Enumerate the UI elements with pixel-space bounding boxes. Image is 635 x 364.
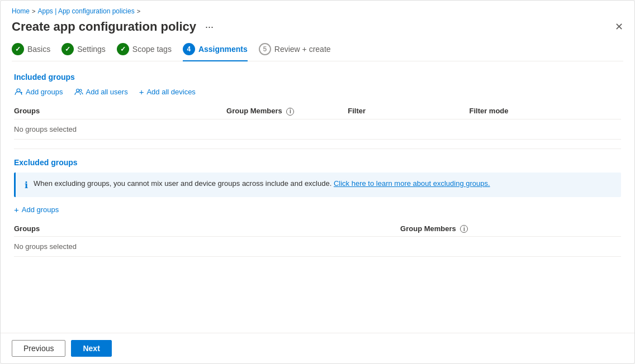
excluded-empty-text: No groups selected <box>14 237 621 257</box>
step-label-basics: Basics <box>27 45 50 54</box>
included-groups-section: Included groups Add groups <box>14 73 621 140</box>
excluded-groups-table: Groups Group Members i No groups selecte… <box>14 221 621 257</box>
breadcrumb: Home > Apps | App configuration policies… <box>12 7 623 15</box>
included-empty-text: No groups selected <box>14 119 621 139</box>
breadcrumb-apps[interactable]: Apps | App configuration policies <box>37 7 134 15</box>
add-all-users-button[interactable]: Add all users <box>74 88 128 97</box>
breadcrumb-sep1: > <box>32 8 35 15</box>
excluded-groups-section: Excluded groups ℹ When excluding groups,… <box>14 158 621 257</box>
step-icon-review: 5 <box>259 43 271 55</box>
step-settings[interactable]: ✓ Settings <box>61 43 117 61</box>
add-groups-plus-icon-excluded: + <box>14 205 19 214</box>
th-included-filter-mode: Filter mode <box>469 103 621 119</box>
section-divider <box>14 149 621 149</box>
step-icon-settings: ✓ <box>61 43 74 55</box>
step-icon-basics: ✓ <box>12 43 24 55</box>
table-row-included-empty: No groups selected <box>14 119 621 139</box>
svg-point-4 <box>79 89 82 92</box>
info-box-link[interactable]: Click here to learn more about excluding… <box>334 179 490 188</box>
step-label-review: Review + create <box>274 45 331 54</box>
included-groups-title: Included groups <box>14 73 621 82</box>
step-review-create[interactable]: 5 Review + create <box>259 43 342 61</box>
th-included-groups: Groups <box>14 103 226 119</box>
th-included-members: Group Members i <box>226 103 348 119</box>
step-icon-scope-tags: ✓ <box>117 43 129 55</box>
main-window: Home > Apps | App configuration policies… <box>0 0 635 364</box>
previous-button[interactable]: Previous <box>12 340 65 357</box>
excluded-groups-title: Excluded groups <box>14 158 621 167</box>
main-content: Included groups Add groups <box>1 61 634 333</box>
info-box-text: When excluding groups, you cannot mix us… <box>34 179 490 188</box>
info-box-icon: ℹ <box>25 180 28 190</box>
included-groups-table: Groups Group Members i Filter Filter mod… <box>14 103 621 140</box>
add-groups-button-included[interactable]: Add groups <box>14 88 63 97</box>
add-groups-icon-included <box>14 88 23 97</box>
step-label-settings: Settings <box>77 45 106 54</box>
add-groups-button-excluded[interactable]: + Add groups <box>14 205 59 214</box>
step-basics[interactable]: ✓ Basics <box>12 43 61 61</box>
add-all-devices-plus-icon: + <box>139 87 144 97</box>
next-button[interactable]: Next <box>71 340 111 357</box>
th-included-filter: Filter <box>348 103 469 119</box>
step-label-scope-tags: Scope tags <box>132 45 172 54</box>
included-groups-action-bar: Add groups Add all users + Add all devic… <box>14 87 621 97</box>
breadcrumb-home[interactable]: Home <box>12 7 30 15</box>
add-all-users-icon <box>74 88 83 97</box>
stepper: ✓ Basics ✓ Settings ✓ Scope tags 4 Assig… <box>12 43 623 61</box>
step-assignments[interactable]: 4 Assignments <box>183 43 259 61</box>
th-excluded-members: Group Members i <box>400 221 621 237</box>
footer: Previous Next <box>1 333 634 363</box>
step-scope-tags[interactable]: ✓ Scope tags <box>117 43 183 61</box>
add-all-devices-button[interactable]: + Add all devices <box>139 87 196 97</box>
svg-point-3 <box>76 89 79 92</box>
excluded-groups-info-box: ℹ When excluding groups, you cannot mix … <box>14 173 621 197</box>
table-row-excluded-empty: No groups selected <box>14 237 621 257</box>
step-icon-assignments: 4 <box>183 43 195 55</box>
excluded-groups-action-bar: + Add groups <box>14 205 621 214</box>
th-excluded-groups: Groups <box>14 221 400 237</box>
more-options-button[interactable]: ··· <box>202 20 217 34</box>
breadcrumb-sep2: > <box>137 8 140 15</box>
title-row: Create app configuration policy ··· ✕ <box>12 20 623 34</box>
group-members-info-icon-included: i <box>286 108 294 116</box>
page-title: Create app configuration policy <box>12 20 196 34</box>
window-header: Home > Apps | App configuration policies… <box>1 1 634 61</box>
step-label-assignments: Assignments <box>198 45 248 54</box>
close-button[interactable]: ✕ <box>615 22 623 32</box>
group-members-info-icon-excluded: i <box>460 225 468 233</box>
